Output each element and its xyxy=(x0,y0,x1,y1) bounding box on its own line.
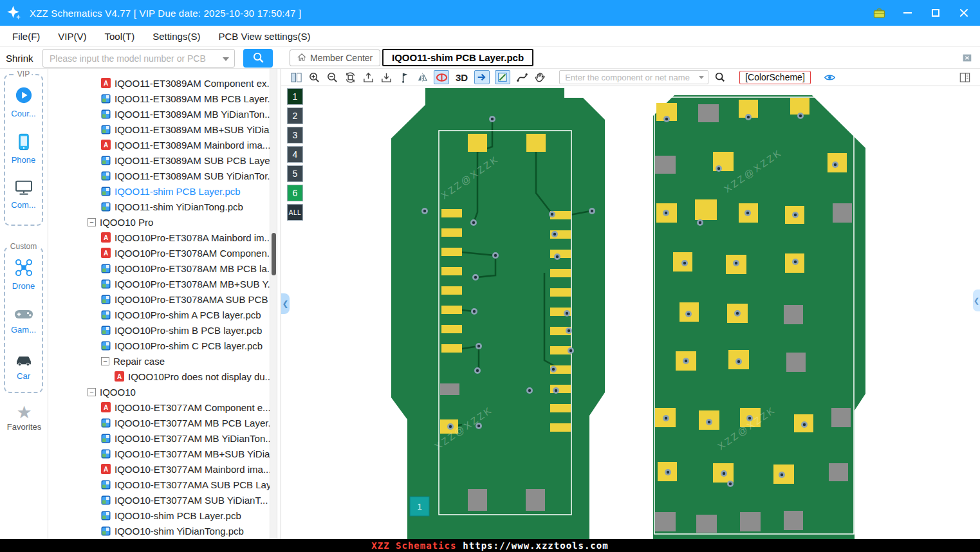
close-button[interactable] xyxy=(954,3,974,23)
statusbar-brand: XZZ Schematics xyxy=(371,540,456,551)
layer-button-3[interactable]: 3 xyxy=(287,127,303,143)
tree-item[interactable]: AIQOO10Pro does not display du... xyxy=(48,369,270,384)
pdf-file-icon: A xyxy=(101,464,111,474)
layer-button-6[interactable]: 6 xyxy=(287,185,303,201)
sidebar-item-phone[interactable]: Phone xyxy=(5,125,42,172)
tree-item[interactable]: IQOO11-ET3089AM SUB YiDianTor... xyxy=(48,168,270,183)
minimize-button[interactable] xyxy=(898,3,917,23)
tree-group[interactable]: −Repair case xyxy=(48,353,270,369)
sidebar-item-label: Cour... xyxy=(11,109,35,118)
tree-item[interactable]: IQOO11-shim PCB Layer.pcb xyxy=(48,183,270,199)
menu-tool[interactable]: Tool(T) xyxy=(96,31,144,42)
dropdown-caret-icon[interactable] xyxy=(223,57,229,61)
pdf-file-icon: A xyxy=(101,402,111,412)
sidebar-item-computer[interactable]: Com... xyxy=(5,172,42,218)
tree-scrollbar[interactable] xyxy=(270,69,277,539)
tree-item-label: IQOO10-ET3077AM MB YiDianTon... xyxy=(115,433,270,444)
tree-item[interactable]: IQOO10Pro-shim C PCB layer.pcb xyxy=(48,338,270,353)
export-up-icon[interactable] xyxy=(362,71,374,84)
menu-file[interactable]: File(F) xyxy=(3,31,49,42)
tree-item[interactable]: IQOO11-ET3089AM MB PCB Layer. xyxy=(48,91,270,106)
pcb-board-left[interactable]: XZZ@XZZKXZZ@XZZK xyxy=(391,88,605,539)
tree-item[interactable]: IQOO10-ET3077AM SUB YiDianT... xyxy=(48,492,270,508)
tree-item[interactable]: IQOO11-ET3089AM MB+SUB YiDia... xyxy=(48,122,270,137)
statusbar-url[interactable]: https://www.xzztools.com xyxy=(463,540,608,551)
menu-vip[interactable]: VIP(V) xyxy=(49,31,95,42)
tree-item[interactable]: IQOO10-ET3077AM MB YiDianTon... xyxy=(48,430,270,446)
pdf-file-icon: A xyxy=(101,232,111,243)
tree-item[interactable]: IQOO10Pro-ET3078AMA SUB PCB xyxy=(48,291,270,307)
tree-item[interactable]: IQOO10Pro-shim B PCB layer.pcb xyxy=(48,322,270,338)
tree-item[interactable]: IQOO10-shim YiDianTong.pcb xyxy=(48,523,270,538)
probe-pin-icon[interactable] xyxy=(398,71,411,84)
pcb-board-right[interactable]: XZZ@XZZKXZZ@XZZK xyxy=(653,95,865,539)
curve-tool-icon[interactable] xyxy=(515,71,528,84)
zoom-out-icon[interactable] xyxy=(326,71,338,84)
layer-button-2[interactable]: 2 xyxy=(287,107,303,124)
collapse-right-handle[interactable]: ❮ xyxy=(973,290,980,311)
thermal-mirror-icon[interactable] xyxy=(434,70,449,84)
net-dropdown-caret-icon[interactable] xyxy=(699,76,704,79)
menu-settings[interactable]: Settings(S) xyxy=(143,31,209,42)
eye-icon[interactable] xyxy=(824,71,837,84)
measure-icon[interactable] xyxy=(495,70,510,84)
maximize-button[interactable] xyxy=(926,3,945,23)
tree-item[interactable]: AIQOO10-ET3077AM Mainbord ima... xyxy=(48,461,270,477)
net-search-input[interactable] xyxy=(560,71,708,84)
collapse-tree-handle[interactable]: ❮ xyxy=(281,293,290,314)
three-d-button[interactable]: 3D xyxy=(454,72,469,83)
tree-item[interactable]: IQOO10Pro-shim A PCB layer.pcb xyxy=(48,307,270,322)
tree-item[interactable]: IQOO10-shim PCB Layer.pcb xyxy=(48,508,270,523)
tree-item[interactable]: IQOO11-shim YiDianTong.pcb xyxy=(48,199,270,214)
tree-item[interactable]: AIQOO10Pro-ET3078AM Componen... xyxy=(48,245,270,261)
rotate-icon[interactable] xyxy=(344,71,356,84)
search-button[interactable] xyxy=(243,49,273,68)
tree-item-label: IQOO10-shim YiDianTong.pcb xyxy=(115,526,244,537)
menu-pcb-view-settings[interactable]: PCB View settings(S) xyxy=(209,31,319,42)
tree-item-label: IQOO10-ET3077AM Mainbord ima... xyxy=(115,464,270,475)
pcb-file-icon xyxy=(101,156,111,165)
tree-item[interactable]: IQOO10-ET3077AM MB PCB Layer. xyxy=(48,415,270,430)
sidebar-item-car[interactable]: Car xyxy=(5,344,42,391)
shrink-button[interactable]: Shrink xyxy=(6,50,33,66)
layer-button-all[interactable]: ALL xyxy=(287,204,303,221)
pcb-canvas-svg[interactable]: XZZ@XZZKXZZ@XZZKXZZ@XZZKXZZ@XZZK1 xyxy=(281,86,980,539)
member-center-button[interactable]: Member Center xyxy=(290,50,380,66)
layer-panel: 123456ALL xyxy=(287,88,303,221)
tree-item[interactable]: IQOO10-ET3077AM MB+SUB YiDia... xyxy=(48,446,270,461)
flip-horizontal-icon[interactable] xyxy=(416,71,429,84)
layer-button-5[interactable]: 5 xyxy=(287,165,303,182)
tree-item[interactable]: AIQOO11-ET3089AM Mainbord ima... xyxy=(48,137,270,152)
layer-button-4[interactable]: 4 xyxy=(287,146,303,163)
pcb-canvas[interactable]: XZZ@XZZKXZZ@XZZKXZZ@XZZKXZZ@XZZK1 123456… xyxy=(281,86,980,539)
colorscheme-button[interactable]: [ColorScheme] xyxy=(739,71,811,84)
scrollbar-thumb[interactable] xyxy=(272,233,276,275)
briefcase-icon[interactable] xyxy=(869,3,889,23)
tree-group[interactable]: −IQOO10 xyxy=(48,384,270,400)
tree-item[interactable]: IQOO10Pro-ET3078AM MB PCB la... xyxy=(48,261,270,276)
tree-group[interactable]: −IQOO10 Pro xyxy=(48,214,270,230)
tree-item[interactable]: AIQOO10Pro-ET3078A Mainbord im... xyxy=(48,230,270,245)
sidebar-item-drone[interactable]: Drone xyxy=(5,252,42,298)
tree-item[interactable]: AIQOO11-ET3089AM Component ex... xyxy=(48,75,270,91)
tree-item[interactable]: IQOO10Pro-ET3078AM MB+SUB Y... xyxy=(48,276,270,291)
tree-item[interactable]: IQOO11-ET3089AM SUB PCB Layer xyxy=(48,152,270,168)
model-search-input[interactable] xyxy=(43,50,234,67)
tab-active-pcb[interactable]: IQOO11-shim PCB Layer.pcb xyxy=(382,49,533,66)
sidebar-item-course[interactable]: Cour... xyxy=(5,79,42,125)
sidebar-item-game[interactable]: Gam... xyxy=(5,298,42,344)
pan-arrow-icon[interactable] xyxy=(474,70,490,84)
tree-item[interactable]: IQOO11-ET3089AM MB YiDianTon... xyxy=(48,106,270,122)
zoom-in-icon[interactable] xyxy=(308,71,320,84)
tree-item[interactable]: IQOO10-ET3077AMA SUB PCB Lay... xyxy=(48,477,270,492)
close-panel-icon[interactable] xyxy=(961,51,974,64)
tree-item[interactable]: AIQOO10-ET3077AM Component e... xyxy=(48,400,270,415)
split-view-icon[interactable] xyxy=(290,71,302,84)
grab-hand-icon[interactable] xyxy=(533,71,546,84)
sidebar-item-favorites[interactable]: ★ Favorites xyxy=(0,403,48,432)
net-search-icon[interactable] xyxy=(714,71,726,84)
layer-button-1[interactable]: 1 xyxy=(287,88,303,105)
export-down-icon[interactable] xyxy=(380,71,393,84)
component-list-icon[interactable] xyxy=(958,71,971,84)
tree-item-label: IQOO10-ET3077AM MB PCB Layer. xyxy=(115,418,270,428)
